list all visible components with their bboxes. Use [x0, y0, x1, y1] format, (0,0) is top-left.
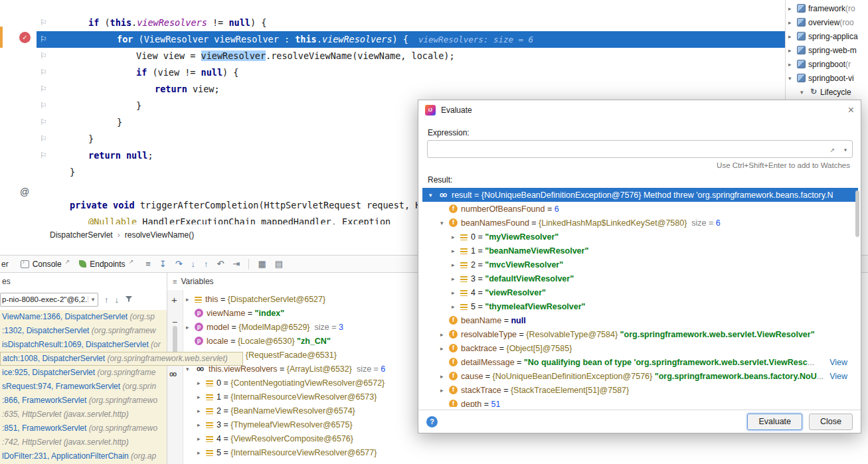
chevron-right-icon[interactable]: ▸: [185, 324, 195, 331]
result-row[interactable]: ▸fstackTrace = {StackTraceElement[51]@75…: [422, 383, 858, 397]
bookmark-icon[interactable]: ⚐: [40, 15, 49, 31]
variable-row[interactable]: ▸5 = {InternalResourceViewResolver@6577}: [183, 445, 868, 459]
maven-item[interactable]: ▸springboot (r: [786, 57, 868, 71]
chevron-down-icon[interactable]: ▾: [439, 220, 449, 226]
step-into-icon[interactable]: ↓: [191, 259, 196, 269]
maven-item[interactable]: ▸spring-applica: [786, 29, 868, 43]
add-watch-icon[interactable]: +: [171, 294, 177, 305]
maven-item[interactable]: ▾springboot-vi: [786, 71, 868, 85]
layout-settings-icon[interactable]: ▤: [275, 259, 283, 269]
tab-debugger-partial[interactable]: er: [1, 260, 9, 269]
bookmark-icon[interactable]: ⚐: [40, 31, 49, 48]
chevron-right-icon[interactable]: ▸: [787, 47, 797, 54]
chevron-right-icon[interactable]: ▸: [787, 33, 797, 40]
chevron-right-icon[interactable]: ▸: [185, 296, 195, 303]
chevron-right-icon[interactable]: ▸: [787, 61, 797, 68]
bookmark-icon[interactable]: ⚐: [40, 48, 49, 64]
chevron-right-icon[interactable]: ▸: [450, 303, 460, 310]
result-row[interactable]: ▸fdetailMessage = "No qualifying bean of…: [422, 355, 858, 369]
chevron-right-icon[interactable]: ▸: [450, 248, 460, 254]
expand-icon[interactable]: ↗: [830, 141, 835, 158]
show-execution-point-icon[interactable]: ↧: [159, 259, 167, 269]
frame-row[interactable]: lDoFilter:231, ApplicationFilterChain (o…: [0, 449, 167, 463]
frame-row[interactable]: :851, FrameworkServlet (org.springframew…: [0, 422, 167, 435]
view-link[interactable]: View: [829, 358, 847, 367]
tab-endpoints[interactable]: Endpoints↗: [79, 260, 133, 269]
maven-item[interactable]: ▸framework (ro: [786, 1, 868, 15]
frame-row[interactable]: isDispatchResult:1069, DispatcherServlet…: [0, 338, 167, 352]
expression-input[interactable]: this.webApplicationContext.getBean(ViewR…: [427, 140, 853, 158]
chevron-right-icon[interactable]: ▸: [787, 19, 797, 26]
help-icon[interactable]: ?: [426, 416, 438, 427]
dialog-titlebar[interactable]: IJ Evaluate ×: [418, 100, 861, 120]
result-row[interactable]: ▾fbeanNamesFound = {LinkedHashMap$Linked…: [422, 216, 858, 230]
result-row[interactable]: ▸5 = "thymeleafViewResolver": [422, 299, 858, 313]
chevron-right-icon[interactable]: ▸: [196, 380, 206, 386]
result-row[interactable]: ▸4 = "viewResolver": [422, 285, 858, 299]
bookmark-icon[interactable]: ⚐: [40, 131, 49, 147]
result-row[interactable]: ▸fbacktrace = {Object[5]@7585}: [422, 341, 858, 355]
result-row[interactable]: ▸fnumberOfBeansFound = 6: [422, 202, 858, 216]
chevron-down-icon[interactable]: ▾: [787, 75, 797, 82]
step-over-icon[interactable]: ↷: [175, 259, 183, 269]
chevron-right-icon[interactable]: ▸: [787, 5, 797, 12]
drop-frame-icon[interactable]: ↶: [217, 259, 224, 269]
bookmark-icon[interactable]: ⚐: [40, 64, 49, 81]
chevron-right-icon[interactable]: ▸: [196, 394, 206, 400]
frame-row[interactable]: :866, FrameworkServlet (org.springframew…: [0, 394, 167, 408]
result-row[interactable]: ▸1 = "beanNameViewResolver": [422, 244, 858, 258]
chevron-right-icon[interactable]: ▸: [439, 387, 449, 394]
maven-item[interactable]: ▸spring-web-m: [786, 43, 868, 57]
view-as-table-icon[interactable]: ▦: [258, 259, 266, 269]
chevron-right-icon[interactable]: ▸: [450, 289, 460, 296]
chevron-down-icon[interactable]: ▾: [843, 141, 847, 158]
show-watches-icon[interactable]: oo: [169, 370, 176, 378]
bookmark-icon[interactable]: ⚐: [40, 81, 49, 98]
result-row[interactable]: ▾ooresult = {NoUniqueBeanDefinitionExcep…: [422, 188, 858, 202]
chevron-down-icon[interactable]: ▾: [799, 89, 809, 96]
thread-selector[interactable]: p-nio-8080-exec-2"@6,2... ▾: [0, 293, 98, 307]
maven-item[interactable]: ▸overview (roo: [786, 15, 868, 29]
chevron-down-icon[interactable]: ▾: [185, 366, 195, 372]
bookmark-icon[interactable]: ⚐: [40, 147, 49, 164]
result-row[interactable]: ▸fdepth = 51: [422, 397, 858, 407]
chevron-right-icon[interactable]: ▸: [439, 373, 449, 380]
chevron-right-icon[interactable]: ▸: [196, 422, 206, 428]
chevron-down-icon[interactable]: ▾: [88, 296, 98, 303]
run-to-cursor-icon[interactable]: ⇥: [232, 259, 240, 269]
menu-icon[interactable]: ≡: [145, 259, 151, 269]
bookmark-icon[interactable]: ⚐: [40, 114, 49, 131]
variable-row[interactable]: ▸4 = {ViewResolverComposite@6576}: [183, 431, 868, 445]
chevron-right-icon[interactable]: ▸: [439, 345, 449, 352]
breadcrumb-method[interactable]: resolveViewName(): [125, 230, 194, 240]
breakpoint-icon[interactable]: ✓: [19, 32, 31, 43]
chevron-right-icon[interactable]: ▸: [196, 435, 206, 442]
step-out-icon[interactable]: ↑: [204, 259, 209, 269]
result-row[interactable]: ▸3 = "defaultViewResolver": [422, 271, 858, 285]
next-frame-icon[interactable]: ↓: [115, 293, 120, 307]
frame-row[interactable]: sRequest:974, FrameworkServlet (org.spri…: [0, 380, 167, 394]
chevron-right-icon[interactable]: ▸: [196, 408, 206, 414]
breadcrumb-class[interactable]: DispatcherServlet: [50, 230, 113, 240]
result-row[interactable]: ▸0 = "myViewResolver": [422, 230, 858, 244]
bookmark-icon[interactable]: ⚐: [40, 98, 49, 114]
chevron-right-icon[interactable]: ▸: [450, 275, 460, 282]
evaluate-button[interactable]: Evaluate: [747, 414, 802, 430]
close-icon[interactable]: ×: [848, 105, 854, 116]
filter-frames-icon[interactable]: [125, 293, 133, 307]
scrollbar[interactable]: [855, 191, 859, 237]
chevron-right-icon[interactable]: ▸: [450, 262, 460, 268]
tab-console[interactable]: Console↗: [21, 260, 70, 269]
result-row[interactable]: ▸fbeanName = null: [422, 313, 858, 327]
close-button[interactable]: Close: [809, 414, 853, 430]
chevron-right-icon[interactable]: ▸: [196, 449, 206, 456]
chevron-down-icon[interactable]: ▾: [428, 192, 438, 198]
chevron-right-icon[interactable]: ▸: [439, 331, 449, 338]
previous-frame-icon[interactable]: ↑: [104, 293, 109, 307]
frame-row[interactable]: ViewName:1366, DispatcherServlet (org.sp: [0, 310, 167, 324]
result-row[interactable]: ▸fcause = {NoUniqueBeanDefinitionExcepti…: [422, 369, 858, 383]
chevron-right-icon[interactable]: ▸: [450, 234, 460, 240]
frame-row[interactable]: ice:925, DispatcherServlet (org.springfr…: [0, 366, 167, 380]
frame-row[interactable]: :742, HttpServlet (javax.servlet.http): [0, 435, 167, 449]
view-link[interactable]: View: [829, 372, 847, 381]
